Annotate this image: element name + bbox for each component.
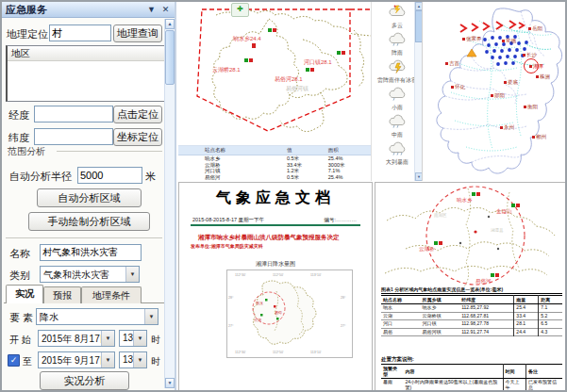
table-cell: 25.4 — [514, 304, 539, 313]
station-table[interactable]: 站点名称值面积响水乡0.5米25.4%云湖桥33.4米3000米河口镇1.2米7… — [178, 146, 371, 180]
svg-text:湘潭县: 湘潭县 — [491, 227, 504, 233]
document-title: 气象应急文档 — [179, 188, 372, 208]
station-red-icon — [273, 28, 276, 32]
column-header: 时间 — [503, 365, 525, 379]
table-row[interactable]: 响水乡0.5米25.4% — [178, 155, 371, 162]
end-hour-unit: 时 — [151, 355, 160, 368]
scroll-up-icon[interactable]: ▲ — [165, 19, 175, 29]
table-cell: 今天上午 — [503, 379, 525, 392]
table-row[interactable]: 易俗河0.5米25.4% — [178, 174, 371, 181]
city-dot — [528, 27, 531, 30]
table-row[interactable]: 河口河口镇112.98,27.7828.16.5 — [381, 320, 562, 329]
station-marker[interactable] — [244, 58, 254, 63]
station-green-icon — [306, 68, 309, 72]
left-panel-scrollbar[interactable]: ▲ ▼ — [164, 19, 175, 388]
category-value: 气象和洪水灾害 — [43, 269, 109, 282]
longitude-input[interactable] — [34, 106, 113, 122]
name-input[interactable] — [40, 244, 142, 261]
start-hour-select[interactable]: 13 ▼ — [119, 330, 147, 347]
table-row[interactable]: 暴雨24小时内降雨量将达50毫米以上(暴雨蓝色预警)今天上午已发布预警信息 — [381, 379, 562, 392]
end-date-select[interactable]: 2015年 9月17日 ▼ — [38, 351, 115, 368]
weather-legend: 多云阵雨雷阵雨伴有冰雹小雨中雨大到暴雨 ▲ ▼ — [371, 2, 423, 181]
report-table-title: 图表1 分析区域内气象站点雨量实况信息一览表(单位:毫米) — [381, 286, 562, 294]
geo-query-button[interactable]: 地理查询 — [113, 24, 162, 42]
table-cell: 易俗河 — [178, 174, 285, 181]
legend-item: 大到暴雨 — [376, 139, 418, 166]
emergency-report[interactable]: 湘潭县 雨湖区 响水乡金霞山云湖桥易俗河 图表1 分析区域内气象站点雨量实况信息… — [375, 182, 567, 392]
svg-text:响水: 响水 — [256, 301, 263, 305]
rain-cloud-icon — [376, 31, 418, 50]
station-marker[interactable] — [337, 51, 346, 56]
geo-input[interactable] — [49, 24, 111, 41]
document-rule — [191, 224, 360, 226]
column-header: 值 — [285, 146, 326, 155]
city-dot — [502, 40, 505, 42]
city-label: 永州 — [504, 124, 514, 131]
legend-item: 多云 — [376, 2, 418, 29]
longitude-label: 经度 — [8, 108, 29, 122]
figure-caption: 湘潭日降水量图 — [179, 260, 372, 269]
chevron-down-icon[interactable]: ▼ — [133, 352, 146, 368]
latitude-input[interactable] — [34, 128, 113, 145]
station-marker — [434, 241, 438, 245]
svg-text:27°: 27° — [228, 324, 234, 328]
table-cell: 河口 — [381, 320, 421, 329]
province-map[interactable]: 岳阳张家界常德长沙吉首湘潭株洲娄底怀化邵阳衡阳永州郴州 — [422, 2, 567, 181]
station-label: 响水乡24.4 — [233, 35, 261, 43]
station-green-icon — [268, 28, 272, 32]
legend-label: 小雨 — [376, 105, 418, 111]
station-marker[interactable] — [306, 68, 315, 73]
document-date: 2015-08-2015-8-17 星期一下午 — [192, 217, 264, 223]
station-red-icon — [342, 51, 345, 55]
radius-input[interactable] — [77, 167, 142, 184]
chevron-down-icon[interactable]: ▼ — [101, 331, 114, 346]
element-label: 要 素 — [9, 311, 33, 325]
end-hour-select[interactable]: 13 ▼ — [119, 351, 147, 368]
table-cell: 响水乡 — [421, 304, 460, 313]
column-header: 经纬度 — [459, 296, 514, 304]
svg-text:112°30': 112°30' — [235, 351, 246, 354]
auto-area-button[interactable]: 自动分析区域 — [37, 188, 142, 207]
scrollbar-thumb[interactable] — [165, 30, 175, 85]
map-tool-icon[interactable]: ✚ — [231, 3, 249, 17]
station-marker — [511, 204, 515, 207]
element-select[interactable]: 降水 ▼ — [36, 308, 158, 325]
chevron-down-icon[interactable]: ▼ — [144, 309, 158, 324]
end-date-value: 2015年 9月17日 — [42, 354, 109, 368]
svg-text:28°: 28° — [341, 296, 346, 300]
emergency-service-app: 应急服务 ▼ ✕ 地理定位 地理查询 地区 经度 点击定位 纬度 坐标定位 范围… — [0, 0, 567, 392]
category-select[interactable]: 气象和洪水灾害 ▼ — [40, 266, 140, 283]
scroll-down-icon[interactable]: ▼ — [165, 378, 175, 388]
pin-icon[interactable]: ▼ — [145, 4, 158, 16]
close-icon[interactable]: ✕ — [159, 4, 172, 16]
analyze-button[interactable]: 实况分析 — [40, 371, 129, 390]
tab-实况[interactable]: 实况 — [6, 285, 43, 303]
station-marker[interactable] — [268, 28, 277, 33]
table-cell: 河口镇 — [421, 320, 460, 329]
manual-area-button[interactable]: 手动绘制分析区域 — [28, 212, 150, 231]
city-label: 株洲 — [540, 74, 550, 80]
region-list-header[interactable]: 地区 — [8, 46, 164, 61]
click-locate-button[interactable]: 点击定位 — [113, 106, 162, 123]
start-date-select[interactable]: 2015年 8月17日 ▼ — [38, 330, 115, 347]
station-table-wrap[interactable]: 站点名称值面积响水乡0.5米25.4%云湖桥33.4米3000米河口镇1.2米7… — [178, 145, 371, 182]
city-dot — [504, 81, 507, 84]
column-header: 备注 — [526, 365, 563, 379]
emergency-document[interactable]: 气象应急文档 2015-08-2015-8-17 星期一下午 编号:………… 湘… — [178, 182, 373, 392]
tab-地理条件[interactable]: 地理条件 — [81, 286, 142, 303]
table-row[interactable]: 易俗易俗河镇112.91,27.7424.44.3 — [381, 328, 562, 336]
chevron-down-icon[interactable]: ▼ — [125, 267, 139, 282]
element-value: 降水 — [40, 311, 58, 324]
table-row[interactable]: 响水响水乡112.85,27.9225.47.1 — [381, 304, 562, 313]
chevron-down-icon[interactable]: ▼ — [133, 331, 146, 346]
city-label: 张家界 — [466, 36, 482, 42]
tab-预报[interactable]: 预报 — [43, 286, 81, 303]
chevron-down-icon[interactable]: ▼ — [101, 352, 114, 368]
table-cell: 28.1 — [514, 320, 539, 329]
end-checkbox[interactable]: ✓ — [8, 354, 20, 367]
svg-text:28°: 28° — [228, 296, 234, 300]
region-list[interactable]: 地区 — [6, 45, 165, 102]
analysis-map[interactable]: ✚ 响水乡24.4云湖桥28.1河口镇28.1易俗河28.1 易俗河镇 — [178, 2, 371, 145]
coord-locate-button[interactable]: 坐标定位 — [113, 128, 162, 146]
table-row[interactable]: 云湖云湖桥镇112.68,27.8133.45.2 — [381, 312, 562, 320]
